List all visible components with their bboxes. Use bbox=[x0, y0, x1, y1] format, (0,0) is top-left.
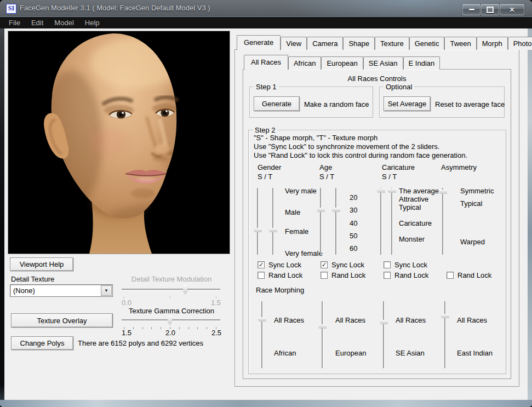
asymmetry-rand-lock-checkbox[interactable] bbox=[447, 272, 454, 279]
dropdown-arrow-icon[interactable]: ▼ bbox=[101, 285, 112, 296]
asymmetry-slider-thumb-s[interactable] bbox=[438, 190, 447, 194]
gender-rand-lock-checkbox[interactable] bbox=[258, 272, 265, 279]
window-frame-bottom bbox=[0, 400, 532, 407]
caricature-scale-label: Caricature bbox=[399, 219, 432, 227]
model-viewport[interactable] bbox=[8, 31, 230, 254]
viewport-help-button[interactable]: Viewport Help bbox=[10, 257, 73, 271]
slider-tick bbox=[188, 327, 189, 329]
tab-shape[interactable]: Shape bbox=[343, 37, 375, 50]
caricature-slider-thumb-s[interactable] bbox=[376, 188, 385, 193]
title-bar[interactable]: SI FaceGen Modeller 3.1 ( Model: FaceGen… bbox=[0, 0, 532, 16]
gender-scale-label: Very female bbox=[285, 249, 323, 257]
caricature-slider-thumb-t[interactable] bbox=[387, 188, 396, 193]
asymmetry-scale-label: Symmetric bbox=[460, 187, 494, 195]
race-slider-track-se-asian[interactable] bbox=[383, 301, 384, 368]
slider-tick bbox=[179, 327, 180, 329]
modulation-slider-track[interactable] bbox=[122, 289, 220, 290]
caricature-scale-label: Typical bbox=[399, 203, 421, 211]
age-scale-label: 30 bbox=[350, 206, 357, 214]
modulation-min-label: 0.0 bbox=[122, 299, 131, 307]
tab-tween[interactable]: Tween bbox=[444, 37, 476, 50]
generate-button[interactable]: Generate bbox=[254, 96, 300, 111]
caricature-slider-track-s[interactable] bbox=[380, 188, 381, 255]
close-icon: ✕ bbox=[509, 7, 514, 13]
slider-tick bbox=[207, 327, 207, 329]
menu-item-edit[interactable]: Edit bbox=[26, 18, 49, 28]
menu-bar: FileEditModelHelp bbox=[0, 16, 532, 28]
menu-item-model[interactable]: Model bbox=[49, 18, 79, 28]
caricature-sync-lock-checkbox[interactable] bbox=[384, 261, 391, 268]
race-slider-thumb-east-indian[interactable] bbox=[441, 314, 449, 318]
race-top-label-european: All Races bbox=[335, 316, 365, 324]
subtab-e-indian[interactable]: E Indian bbox=[403, 56, 441, 70]
close-button[interactable]: ✕ bbox=[500, 4, 524, 15]
age-scale-label: 20 bbox=[350, 193, 357, 202]
gender-slider-thumb-t[interactable] bbox=[268, 228, 277, 232]
race-top-label-east-indian: All Races bbox=[457, 316, 487, 324]
race-slider-thumb-african[interactable] bbox=[258, 317, 266, 322]
caricature-rand-lock-checkbox-label: Rand Lock bbox=[394, 271, 428, 279]
app-window: SI FaceGen Modeller 3.1 ( Model: FaceGen… bbox=[0, 0, 532, 407]
gamma-label: Texture Gamma Correction bbox=[122, 307, 221, 315]
texture-overlay-button[interactable]: Texture Overlay bbox=[11, 313, 113, 328]
change-polys-button[interactable]: Change Polys bbox=[11, 336, 73, 350]
race-top-label-se-asian: All Races bbox=[396, 316, 426, 324]
gender-sync-lock-checkbox[interactable]: ✓ bbox=[258, 261, 265, 268]
age-slider-track-s[interactable] bbox=[320, 188, 321, 255]
gamma-slider-thumb[interactable] bbox=[168, 316, 172, 325]
age-slider-track-t[interactable] bbox=[335, 188, 336, 255]
race-slider-track-african[interactable] bbox=[261, 301, 262, 368]
race-slider-track-east-indian[interactable] bbox=[444, 301, 445, 368]
gender-slider-track-s[interactable] bbox=[257, 188, 258, 255]
slider-tick bbox=[161, 327, 161, 329]
caricature-rand-lock-checkbox[interactable] bbox=[384, 272, 391, 279]
subtab-african[interactable]: African bbox=[288, 56, 321, 70]
age-scale-label: 40 bbox=[350, 219, 357, 227]
tab-camera[interactable]: Camera bbox=[307, 37, 343, 50]
age-slider-thumb-t[interactable] bbox=[331, 208, 340, 212]
detail-texture-select[interactable]: (None) ▼ bbox=[10, 284, 113, 297]
asymmetry-rand-lock-checkbox-label: Rand Lock bbox=[457, 271, 491, 279]
age-rand-lock-checkbox-label: Rand Lock bbox=[331, 271, 365, 279]
age-sync-lock-checkbox[interactable]: ✓ bbox=[321, 261, 328, 268]
tab-texture[interactable]: Texture bbox=[375, 37, 409, 50]
race-slider-thumb-european[interactable] bbox=[318, 324, 327, 329]
caricature-sync-lock-checkbox-label: Sync Lock bbox=[394, 261, 427, 269]
window-frame-right bbox=[528, 28, 532, 400]
age-slider-thumb-s[interactable] bbox=[316, 208, 325, 212]
detail-texture-label: Detail Texture bbox=[11, 275, 54, 283]
age-rand-lock-checkbox[interactable] bbox=[321, 272, 328, 279]
minimize-button[interactable] bbox=[462, 4, 480, 15]
age-sync-lock-checkbox-label: Sync Lock bbox=[331, 261, 364, 269]
minimize-icon bbox=[469, 9, 474, 10]
age-scale-label: 50 bbox=[350, 232, 357, 240]
age-scale-label: 60 bbox=[350, 244, 357, 253]
asymmetry-scale-label: Typical bbox=[460, 199, 482, 208]
race-slider-thumb-se-asian[interactable] bbox=[379, 320, 388, 324]
tab-genetic[interactable]: Genetic bbox=[409, 37, 445, 50]
instruction-line-2: Use "Sync Lock" to synchronize movement … bbox=[254, 142, 439, 151]
caricature-slider-track-t[interactable] bbox=[391, 188, 392, 255]
subtab-european[interactable]: European bbox=[321, 56, 363, 70]
tab-photofit[interactable]: PhotoFit bbox=[508, 37, 532, 50]
slider-tick bbox=[170, 327, 170, 329]
client-area: Viewport Help Detail Texture (None) ▼ De… bbox=[4, 28, 528, 400]
subtab-all-races[interactable]: All Races bbox=[244, 55, 288, 70]
menu-item-help[interactable]: Help bbox=[79, 18, 105, 28]
modulation-slider-thumb[interactable] bbox=[183, 285, 187, 295]
menu-item-file[interactable]: File bbox=[3, 18, 26, 28]
tab-generate[interactable]: Generate bbox=[237, 35, 281, 50]
gender-slider-track-t[interactable] bbox=[272, 188, 273, 255]
gender-slider-thumb-s[interactable] bbox=[253, 228, 262, 232]
main-tab-bar: GenerateViewCameraShapeTextureGeneticTwe… bbox=[237, 35, 532, 50]
race-top-label-african: All Races bbox=[274, 316, 304, 324]
tab-morph[interactable]: Morph bbox=[477, 37, 508, 50]
detail-texture-value: (None) bbox=[13, 286, 35, 295]
subtab-se-asian[interactable]: SE Asian bbox=[363, 56, 403, 70]
set-average-button[interactable]: Set Average bbox=[384, 96, 431, 111]
asymmetry-slider-track-s[interactable] bbox=[442, 188, 443, 255]
maximize-button[interactable] bbox=[481, 4, 499, 15]
race-slider-track-european[interactable] bbox=[322, 301, 323, 368]
tab-view[interactable]: View bbox=[281, 37, 307, 50]
generate-desc: Make a random face bbox=[304, 100, 369, 108]
